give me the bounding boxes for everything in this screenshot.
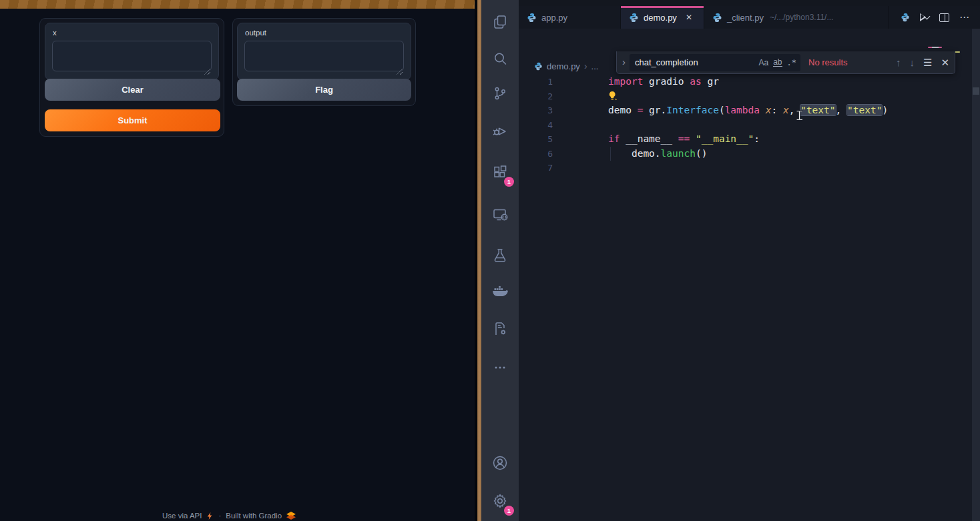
code-token: demo — [608, 105, 638, 115]
more-actions-icon[interactable]: ⋯ — [959, 14, 971, 21]
find-widget: › Aa ab .* No results ↑ ↓ ☰ ✕ — [616, 51, 955, 74]
tab-app-py[interactable]: app.py — [519, 6, 621, 29]
clear-button[interactable]: Clear — [45, 79, 220, 101]
code-token: demo. — [608, 148, 661, 159]
tab-label: demo.py — [644, 13, 677, 23]
remote-explorer-icon[interactable] — [481, 199, 519, 231]
code-line — [608, 161, 888, 175]
tab-path-description: ~/.../python3.11/... — [770, 13, 834, 22]
run-python-file-button[interactable] — [920, 13, 929, 21]
whole-word-icon[interactable]: ab — [773, 58, 782, 67]
output-textarea[interactable] — [244, 41, 404, 71]
find-in-selection-icon[interactable]: ☰ — [923, 57, 932, 69]
input-label: x — [53, 29, 57, 37]
code-line — [608, 89, 888, 104]
striped-top-bar — [0, 0, 475, 9]
code-token: launch — [661, 148, 696, 159]
code-token: () — [696, 148, 707, 159]
code-token: : — [771, 105, 782, 115]
find-input[interactable] — [635, 57, 754, 67]
submit-button[interactable]: Submit — [45, 109, 220, 131]
code-token — [760, 105, 766, 115]
testing-icon[interactable] — [481, 239, 519, 272]
code-line — [608, 118, 888, 133]
code-lines[interactable]: import gradio as grdemo = gr.Interface(l… — [608, 75, 888, 175]
code-token: == — [678, 133, 690, 144]
code-token: Interface — [666, 105, 719, 115]
find-results-text: No results — [808, 57, 848, 67]
code-token: "text" — [847, 105, 882, 115]
built-with-gradio-link[interactable]: Built with Gradio — [226, 512, 282, 520]
extensions-icon[interactable]: 1 — [481, 156, 519, 188]
split-editor-icon[interactable] — [939, 13, 949, 22]
toggle-replace-chevron-icon[interactable]: › — [621, 56, 630, 69]
title-strip — [519, 0, 980, 6]
tools-file-icon[interactable] — [481, 313, 519, 345]
footer-separator: · — [218, 512, 221, 520]
gradio-input-column: x Clear Submit — [39, 18, 224, 137]
settings-gear-icon[interactable]: 1 — [481, 485, 519, 517]
output-block: output — [237, 23, 411, 80]
line-number: 6 — [521, 147, 553, 161]
run-and-debug-icon[interactable] — [481, 115, 519, 147]
source-control-icon[interactable] — [481, 77, 519, 109]
code-token: import — [608, 76, 643, 87]
docker-icon[interactable] — [481, 276, 519, 308]
tab-close-icon[interactable]: ✕ — [686, 13, 692, 22]
python-file-icon — [712, 13, 722, 23]
code-token: ( — [719, 105, 725, 115]
regex-icon[interactable]: .* — [787, 59, 796, 67]
line-number: 4 — [521, 118, 553, 133]
search-icon[interactable] — [481, 43, 519, 75]
flag-button[interactable]: Flag — [237, 79, 411, 101]
find-close-icon[interactable]: ✕ — [941, 57, 949, 69]
activity-bar: 1 1 — [481, 0, 519, 521]
next-match-icon[interactable]: ↓ — [909, 57, 915, 68]
match-case-icon[interactable]: Aa — [759, 59, 769, 67]
python-file-icon — [629, 13, 639, 23]
input-textarea-x[interactable] — [52, 41, 212, 71]
gradio-logo-icon — [286, 512, 296, 520]
explorer-icon[interactable] — [481, 6, 519, 38]
code-line: demo = gr.Interface(lambda x: x, "text",… — [608, 103, 888, 118]
code-line: demo.launch() — [608, 147, 888, 161]
line-number: 2 — [521, 89, 553, 104]
output-label: output — [245, 29, 266, 37]
tab-client-py[interactable]: _client.py ~/.../python3.11/... — [704, 6, 889, 29]
use-via-api-link[interactable]: Use via API — [162, 512, 202, 520]
find-actions: ↑ ↓ ☰ ✕ — [896, 57, 949, 69]
previous-match-icon[interactable]: ↑ — [896, 57, 901, 68]
code-token: lambda — [725, 105, 760, 115]
indent-guide — [610, 147, 611, 161]
input-block-x: x — [45, 23, 219, 80]
editor-actions: ⋯ — [901, 6, 980, 29]
code-token: : — [754, 133, 760, 144]
accounts-icon[interactable] — [481, 447, 519, 479]
more-views-icon[interactable] — [481, 352, 519, 384]
code-token: if — [608, 133, 620, 144]
tab-label: _client.py — [727, 13, 764, 23]
code-token: x — [783, 105, 789, 115]
quick-fix-lightbulb-icon[interactable] — [608, 91, 617, 101]
code-token: , — [836, 105, 847, 115]
code-token: "text" — [800, 105, 835, 115]
python-interpreter-icon[interactable] — [901, 13, 910, 22]
tab-demo-py[interactable]: demo.py ✕ — [621, 6, 704, 29]
breadcrumb-file[interactable]: demo.py — [547, 61, 580, 71]
python-file-icon — [534, 62, 543, 71]
code-token — [690, 133, 696, 144]
scrollbar-overview-ruler[interactable] — [972, 29, 980, 521]
gradio-footer: Use via API · Built with Gradio — [162, 512, 296, 520]
gradio-output-column: output Flag — [232, 18, 416, 106]
mouse-ibeam-cursor — [796, 110, 803, 121]
overview-marker — [973, 87, 979, 95]
gradio-app-window: x Clear Submit output Flag Use via API ·… — [0, 0, 475, 521]
breadcrumb: demo.py › ... — [534, 57, 598, 75]
breadcrumb-chevron-icon: › — [584, 61, 587, 71]
editor-pane: demo.py › ... › Aa ab .* No results ↑ ↓ … — [519, 29, 980, 521]
api-lightning-icon — [206, 512, 214, 520]
breadcrumb-symbol[interactable]: ... — [591, 61, 599, 71]
find-input-box: Aa ab .* — [630, 54, 800, 71]
code-token: gr — [702, 76, 719, 87]
code-token: ) — [882, 105, 888, 115]
